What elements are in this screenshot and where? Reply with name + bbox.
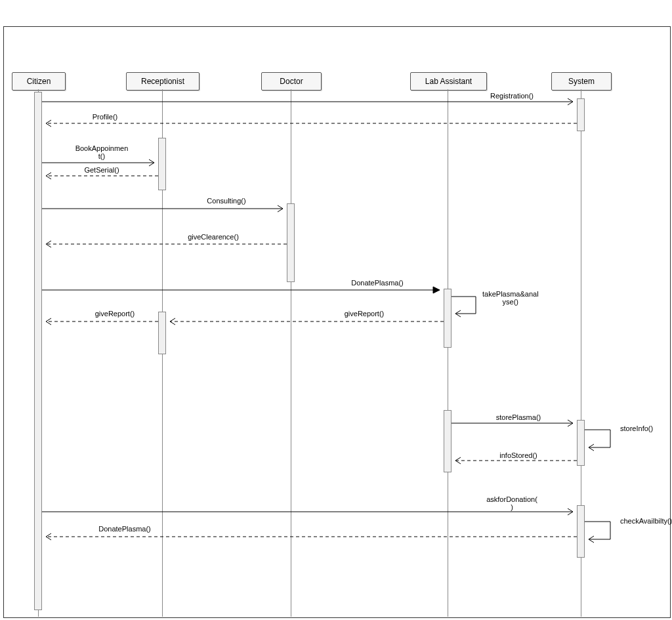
arrows-layer: Citizen dashed --> Citizen dashed --> Ci… <box>0 0 672 620</box>
sequence-diagram-canvas: Citizen Receptionist Doctor Lab Assistan… <box>0 0 672 620</box>
svg-marker-7 <box>433 287 440 293</box>
